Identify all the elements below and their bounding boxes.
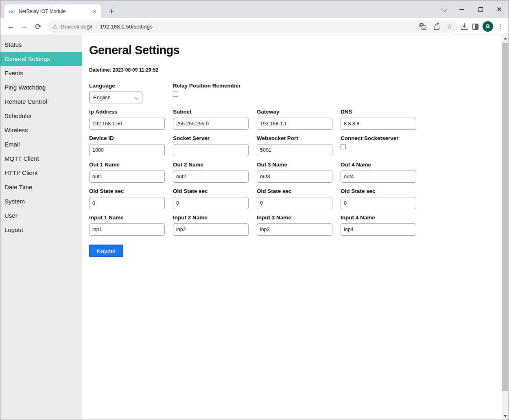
browser-toolbar: ← → ⟳ ⚠ Güvenli değil 192.168.1.50/setti…: [0, 18, 509, 35]
page-body: StatusGenaral SettingsEventsPing Watchdo…: [0, 35, 509, 420]
old-state-sec-1-label: Old State sec: [89, 188, 165, 194]
chevron-down-icon: [441, 5, 447, 12]
ip-address-input[interactable]: [89, 118, 165, 130]
bookmark-star-icon[interactable]: ☆: [446, 22, 453, 31]
out-3-name-label: Out 3 Name: [257, 162, 332, 168]
old-state-sec-1-field: Old State sec: [89, 188, 165, 209]
close-window-button[interactable]: ✕: [490, 3, 509, 16]
sidebar-item-date-time[interactable]: Date Time: [0, 180, 82, 194]
socket-server-label: Socket Server: [173, 135, 249, 141]
minimize-button[interactable]: [452, 3, 471, 16]
menu-kebab-icon[interactable]: ⋮: [497, 23, 504, 30]
sidebar-item-system[interactable]: System: [0, 194, 82, 208]
tab-close-icon[interactable]: ×: [91, 8, 98, 15]
out-3-name-input[interactable]: [257, 171, 332, 183]
old-state-sec-3-input[interactable]: [257, 197, 332, 209]
old-state-sec-1-input[interactable]: [89, 197, 165, 209]
websocket-port-input[interactable]: [257, 144, 332, 156]
input-2-name-input[interactable]: [173, 223, 249, 236]
relay-remember-label: Relay Position Remember: [173, 83, 249, 89]
gateway-input[interactable]: [257, 118, 332, 130]
input-4-name-label: Input 4 Name: [341, 214, 416, 221]
input-4-name-field: Input 4 Name: [341, 214, 416, 236]
device-id-input[interactable]: [89, 144, 165, 156]
form-row-language: Language English Relay Position Remember: [89, 83, 502, 109]
ip-address-label: Ip Address: [89, 109, 165, 115]
share-icon[interactable]: [433, 22, 441, 31]
sidebar-item-user[interactable]: User: [0, 208, 82, 223]
profile-avatar[interactable]: B: [483, 21, 493, 32]
dns-input[interactable]: [341, 118, 416, 130]
out-4-name-input[interactable]: [341, 171, 416, 183]
tab-strip: IOT NetRelay IOT Module × + ✕: [0, 0, 509, 18]
sidebar-item-scheduler[interactable]: Scheduler: [0, 109, 82, 123]
connect-socketserver-checkbox[interactable]: [341, 144, 346, 149]
scrollbar-thumb[interactable]: [502, 43, 508, 391]
page-scrollbar[interactable]: [502, 35, 509, 420]
download-icon[interactable]: [460, 22, 468, 31]
old-state-sec-2-field: Old State sec: [173, 188, 249, 209]
old-state-sec-4-input[interactable]: [341, 197, 416, 209]
input-2-name-field: Input 2 Name: [173, 214, 249, 236]
reload-button[interactable]: ⟳: [33, 21, 44, 32]
sidebar-item-remote-control[interactable]: Remote Control: [0, 94, 82, 109]
tab-search-chevron-icon[interactable]: [434, 3, 452, 16]
sidebar-item-genaral-settings[interactable]: Genaral Settings: [0, 52, 82, 66]
page-title: General Settings: [89, 44, 502, 57]
scrollbar-down-arrow[interactable]: [502, 413, 509, 420]
side-panel-icon[interactable]: [472, 24, 478, 30]
not-secure-warning-icon[interactable]: ⚠: [52, 23, 58, 30]
out-1-name-input[interactable]: [89, 171, 165, 183]
toolbar-actions: B ⋮: [460, 21, 504, 32]
sidebar-item-events[interactable]: Events: [0, 66, 82, 80]
address-bar[interactable]: ⚠ Güvenli değil 192.168.1.50/settings 文A…: [48, 20, 457, 33]
relay-remember-checkbox[interactable]: [173, 92, 178, 97]
old-state-sec-2-input[interactable]: [173, 197, 249, 209]
form-fields-grid: Ip AddressSubnetGatewayDNSDevice IDSocke…: [89, 109, 502, 241]
input-4-name-input[interactable]: [341, 223, 416, 236]
websocket-port-field: Websocket Port: [257, 135, 332, 156]
browser-tab[interactable]: IOT NetRelay IOT Module ×: [4, 4, 101, 18]
connect-socketserver-label: Connect Socketserver: [341, 135, 416, 141]
sidebar-item-status[interactable]: Status: [0, 37, 82, 52]
sidebar: StatusGenaral SettingsEventsPing Watchdo…: [0, 35, 82, 420]
select-chevron-icon: [135, 96, 139, 100]
scrollbar-up-arrow[interactable]: [502, 35, 509, 42]
input-3-name-input[interactable]: [257, 223, 332, 236]
forward-button[interactable]: →: [19, 21, 30, 32]
sidebar-item-email[interactable]: Email: [0, 137, 82, 151]
input-1-name-label: Input 1 Name: [89, 214, 165, 221]
sidebar-item-wireless[interactable]: Wireless: [0, 123, 82, 137]
back-button[interactable]: ←: [5, 21, 16, 32]
triangle-down-icon: [504, 415, 507, 417]
input-1-name-input[interactable]: [89, 223, 165, 236]
datetime-text: Datetime: 2023-08-09 11:29:52: [89, 67, 502, 73]
old-state-sec-2-label: Old State sec: [173, 188, 249, 194]
socket-server-field: Socket Server: [173, 135, 249, 156]
language-select[interactable]: English: [89, 92, 142, 103]
save-button[interactable]: Kaydet: [89, 245, 123, 257]
translate-icon[interactable]: 文A: [419, 22, 427, 31]
dns-label: DNS: [341, 109, 416, 115]
language-label: Language: [89, 83, 165, 89]
out-2-name-input[interactable]: [173, 171, 249, 183]
maximize-button[interactable]: [471, 3, 490, 16]
sidebar-item-http-client[interactable]: HTTP Client: [0, 166, 82, 180]
sidebar-item-mqtt-client[interactable]: MQTT Client: [0, 151, 82, 166]
sidebar-item-logout[interactable]: Logout: [0, 223, 82, 237]
socket-server-input[interactable]: [173, 144, 249, 156]
device-id-field: Device ID: [89, 135, 165, 156]
out-4-name-label: Out 4 Name: [341, 162, 416, 168]
tab-title: NetRelay IOT Module: [19, 9, 91, 14]
input-3-name-field: Input 3 Name: [257, 214, 332, 236]
out-1-name-label: Out 1 Name: [89, 162, 165, 168]
sidebar-item-ping-watchdog[interactable]: Ping Watchdog: [0, 80, 82, 94]
close-icon: ✕: [496, 6, 502, 13]
svg-text:A: A: [423, 26, 425, 30]
url-text[interactable]: 192.168.1.50/settings: [100, 24, 415, 30]
old-state-sec-3-field: Old State sec: [257, 188, 332, 209]
out-2-name-field: Out 2 Name: [173, 162, 249, 183]
device-id-label: Device ID: [89, 135, 165, 141]
new-tab-button[interactable]: +: [106, 6, 117, 17]
subnet-input[interactable]: [173, 118, 249, 130]
